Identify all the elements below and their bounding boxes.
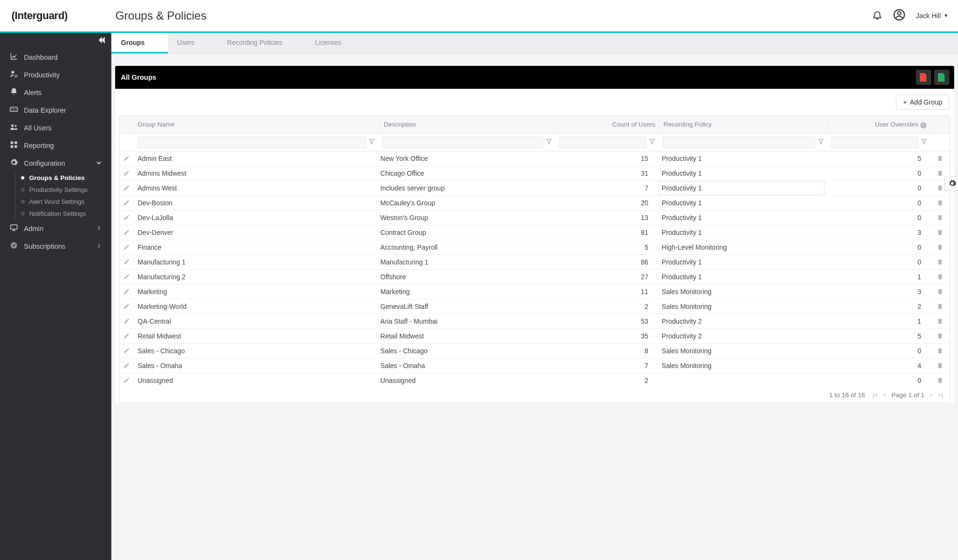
delete-row-button[interactable] bbox=[931, 299, 950, 314]
cell-group-name: QA-Central bbox=[134, 314, 377, 328]
user-menu[interactable]: Jack Hill ▼ bbox=[916, 12, 948, 20]
delete-row-button[interactable] bbox=[931, 285, 950, 299]
edit-row-button[interactable] bbox=[119, 314, 134, 328]
edit-row-button[interactable] bbox=[119, 329, 134, 343]
sidebar-subitem-groups-policies[interactable]: Groups & Policies bbox=[7, 172, 111, 184]
edit-row-button[interactable] bbox=[119, 344, 134, 358]
sidebar-item-data-explorer[interactable]: Data Explorer bbox=[0, 101, 111, 119]
tab-groups[interactable]: Groups bbox=[111, 33, 168, 53]
content-area: Groups Users Recording Policies Licenses… bbox=[111, 33, 958, 560]
column-header-policy[interactable]: Recording Policy bbox=[659, 116, 829, 133]
table-row: MarketingMarketing11Sales Monitoring3 bbox=[119, 285, 950, 299]
add-group-button[interactable]: + Add Group bbox=[896, 95, 949, 110]
edit-row-button[interactable] bbox=[119, 151, 134, 166]
sidebar-item-productivity[interactable]: Productivity bbox=[0, 66, 111, 84]
edit-row-button[interactable] bbox=[119, 270, 134, 284]
cell-description: Manufacturing 1 bbox=[377, 255, 552, 269]
cell-policy[interactable]: Productivity 1 bbox=[658, 181, 825, 195]
edit-row-button[interactable] bbox=[119, 211, 134, 225]
cell-count: 11 bbox=[552, 285, 658, 299]
user-avatar-icon[interactable] bbox=[893, 9, 905, 22]
sidebar-item-reporting[interactable]: Reporting bbox=[0, 137, 111, 154]
sidebar-subitem-notification-settings[interactable]: Notification Settings bbox=[7, 208, 111, 220]
sidebar-item-subscriptions[interactable]: Subscriptions bbox=[0, 237, 111, 255]
cell-policy: Productivity 1 bbox=[658, 270, 825, 284]
pagination-next-button[interactable]: > bbox=[929, 391, 933, 399]
svg-rect-4 bbox=[11, 107, 18, 112]
tab-users[interactable]: Users bbox=[168, 33, 218, 53]
tab-recording-policies[interactable]: Recording Policies bbox=[217, 33, 305, 53]
pagination-prev-button[interactable]: < bbox=[883, 391, 887, 399]
cell-count: 8 bbox=[552, 344, 658, 358]
sidebar-collapse-button[interactable] bbox=[0, 33, 111, 44]
filter-icon[interactable] bbox=[369, 138, 375, 146]
edit-row-button[interactable] bbox=[119, 240, 134, 254]
sidebar-item-alerts[interactable]: Alerts bbox=[0, 84, 111, 101]
edit-row-button[interactable] bbox=[119, 299, 134, 314]
settings-gear-button[interactable] bbox=[945, 176, 958, 190]
cell-count: 2 bbox=[552, 299, 658, 314]
sidebar-item-admin[interactable]: Admin bbox=[0, 220, 111, 237]
pagination-first-button[interactable]: |< bbox=[872, 391, 878, 399]
delete-row-button[interactable] bbox=[931, 270, 950, 284]
export-pdf-button[interactable] bbox=[916, 70, 931, 85]
info-icon[interactable]: i bbox=[920, 122, 926, 128]
svg-rect-7 bbox=[11, 141, 13, 144]
sidebar-subitem-productivity-settings[interactable]: Productivity Settings bbox=[7, 184, 111, 196]
table-row: Dev-DenverContract Group81Productivity 1… bbox=[119, 225, 950, 240]
cell-count: 86 bbox=[552, 255, 658, 269]
edit-row-button[interactable] bbox=[119, 225, 134, 240]
delete-row-button[interactable] bbox=[931, 151, 950, 166]
sidebar-item-configuration[interactable]: Configuration bbox=[0, 154, 111, 172]
edit-row-button[interactable] bbox=[119, 181, 134, 195]
filter-icon[interactable] bbox=[546, 138, 552, 146]
cell-group-name: Marketing-World bbox=[134, 299, 377, 314]
edit-row-button[interactable] bbox=[119, 373, 134, 388]
cell-description: GenevaLift Staff bbox=[377, 299, 552, 314]
edit-row-button[interactable] bbox=[119, 285, 134, 299]
column-header-description[interactable]: Description bbox=[380, 116, 558, 133]
delete-row-button[interactable] bbox=[931, 240, 950, 254]
edit-row-button[interactable] bbox=[119, 359, 134, 373]
pagination-page-label: Page 1 of 1 bbox=[892, 391, 925, 399]
svg-point-5 bbox=[11, 124, 13, 127]
delete-row-button[interactable] bbox=[931, 314, 950, 328]
filter-input-over[interactable] bbox=[831, 137, 918, 148]
delete-row-button[interactable] bbox=[931, 211, 950, 225]
filter-icon[interactable] bbox=[649, 138, 655, 146]
person-gear-icon bbox=[10, 70, 18, 80]
delete-row-button[interactable] bbox=[931, 225, 950, 240]
delete-row-button[interactable] bbox=[931, 344, 950, 358]
delete-row-button[interactable] bbox=[931, 255, 950, 269]
column-header-name[interactable]: Group Name bbox=[134, 116, 380, 133]
edit-row-button[interactable] bbox=[119, 166, 134, 180]
filter-icon[interactable] bbox=[818, 138, 824, 146]
cell-description: Sales - Chicago bbox=[377, 344, 552, 358]
edit-row-button[interactable] bbox=[119, 196, 134, 210]
edit-row-button[interactable] bbox=[119, 255, 134, 269]
column-header-overrides[interactable]: User Overridesi bbox=[829, 116, 931, 133]
cell-count: 7 bbox=[552, 181, 658, 195]
delete-row-button[interactable] bbox=[931, 359, 950, 373]
export-csv-button[interactable] bbox=[934, 70, 949, 85]
cell-count: 7 bbox=[552, 359, 658, 373]
delete-row-button[interactable] bbox=[931, 196, 950, 210]
tab-licenses[interactable]: Licenses bbox=[305, 33, 364, 53]
sidebar-item-all-users[interactable]: All Users bbox=[0, 119, 111, 137]
pagination-last-button[interactable]: >| bbox=[938, 391, 943, 399]
nav-label: Productivity bbox=[24, 71, 60, 79]
delete-row-button[interactable] bbox=[931, 373, 950, 388]
filter-input-name[interactable] bbox=[138, 137, 366, 148]
cell-count: 31 bbox=[552, 166, 658, 180]
filter-icon[interactable] bbox=[921, 138, 927, 146]
cell-description: Accounting, Payroll bbox=[377, 240, 552, 254]
column-header-count[interactable]: Count of Users bbox=[558, 116, 660, 133]
notifications-icon[interactable] bbox=[872, 10, 883, 21]
filter-input-count[interactable] bbox=[560, 137, 646, 148]
sidebar-item-dashboard[interactable]: Dashboard bbox=[0, 48, 111, 66]
sidebar-subitem-alert-word-settings[interactable]: Alert Word Settings bbox=[7, 196, 111, 208]
delete-row-button[interactable] bbox=[931, 329, 950, 343]
filter-input-desc[interactable] bbox=[382, 137, 543, 148]
cell-description: Contract Group bbox=[377, 225, 552, 240]
filter-input-policy[interactable] bbox=[663, 137, 815, 148]
